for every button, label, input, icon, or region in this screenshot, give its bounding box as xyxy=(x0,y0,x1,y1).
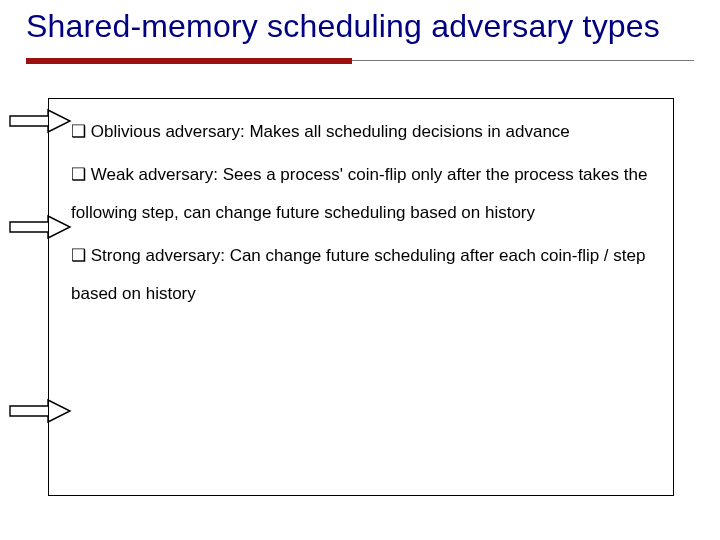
bullet-icon: ❑ xyxy=(71,165,86,184)
rule-thick xyxy=(26,58,352,64)
slide: Shared-memory scheduling adversary types… xyxy=(0,0,720,540)
term: Weak adversary xyxy=(91,165,214,184)
bullet-icon: ❑ xyxy=(71,246,86,265)
term: Oblivious adversary xyxy=(91,122,240,141)
title-rule xyxy=(26,58,694,64)
page-title: Shared-memory scheduling adversary types xyxy=(26,8,660,45)
rule-thin xyxy=(352,60,694,61)
list-item: ❑ Oblivious adversary: Makes all schedul… xyxy=(71,113,653,150)
list-item: ❑ Weak adversary: Sees a process' coin-f… xyxy=(71,156,653,231)
description: : Makes all scheduling decisions in adva… xyxy=(240,122,570,141)
bullet-icon: ❑ xyxy=(71,122,86,141)
term: Strong adversary xyxy=(91,246,220,265)
content-box: ❑ Oblivious adversary: Makes all schedul… xyxy=(48,98,674,496)
list-item: ❑ Strong adversary: Can change future sc… xyxy=(71,237,653,312)
